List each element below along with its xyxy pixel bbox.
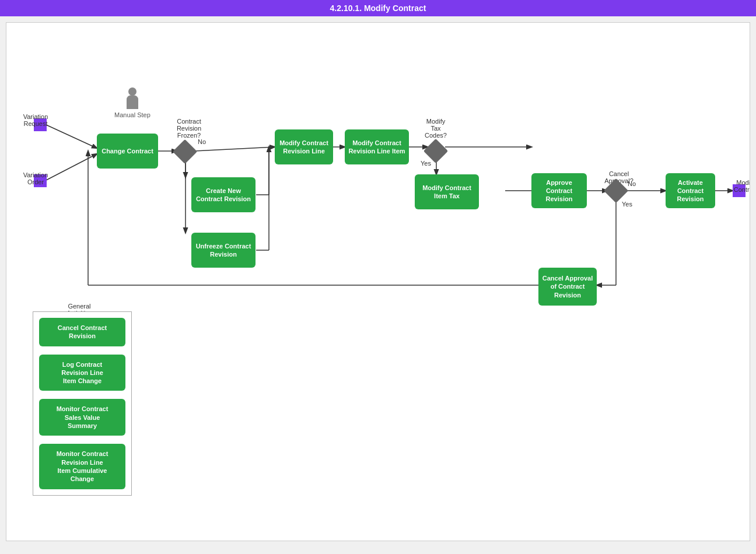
frozen-label: Contract Revision Frozen?	[169, 118, 209, 139]
monitor-contract-revision-line-item-cumulative-change-box[interactable]: Monitor Contract Revision Line Item Cumu…	[39, 444, 125, 489]
title-text: 4.2.10.1. Modify Contract	[330, 3, 426, 13]
manual-step-icon: Manual Step	[114, 87, 150, 118]
svg-point-23	[128, 87, 136, 96]
activate-contract-revision-box[interactable]: Activate Contract Revision	[666, 173, 715, 208]
modify-contract-end-label: Modify Contract	[730, 179, 750, 193]
monitor-contract-sales-value-summary-box[interactable]: Monitor Contract Sales Value Summary	[39, 399, 125, 436]
modify-contract-item-tax-box[interactable]: Modify Contract Item Tax	[415, 174, 479, 209]
create-new-contract-revision-box[interactable]: Create New Contract Revision	[191, 177, 256, 212]
manual-step-label: Manual Step	[114, 111, 150, 118]
frozen-diamond	[173, 139, 197, 164]
unfreeze-contract-revision-box[interactable]: Unfreeze Contract Revision	[191, 233, 256, 268]
title-bar: 4.2.10.1. Modify Contract	[0, 0, 756, 16]
variation-order-label: Variation Order	[18, 171, 53, 185]
svg-line-3	[194, 147, 275, 151]
log-contract-revision-line-item-change-box[interactable]: Log Contract Revision Line Item Change	[39, 355, 125, 391]
tax-codes-label: Modify Tax Codes?	[418, 118, 453, 139]
cancel-contract-revision-general-box[interactable]: Cancel Contract Revision	[39, 318, 125, 346]
diagram-area: Variation Request Variation Order Manual…	[6, 22, 750, 541]
approve-contract-revision-box[interactable]: Approve Contract Revision	[531, 173, 587, 208]
no-approval-label: No	[628, 180, 636, 187]
svg-line-1	[46, 154, 97, 180]
modify-contract-revision-line-item-box[interactable]: Modify Contract Revision Line Item	[345, 129, 409, 164]
cancel-approval-of-contract-revision-box[interactable]: Cancel Approval of Contract Revision	[538, 268, 597, 306]
yes-tax-label: Yes	[421, 160, 431, 167]
change-contract-box[interactable]: Change Contract	[97, 134, 158, 169]
yes-approval-label: Yes	[622, 201, 632, 208]
no-frozen-label: No	[198, 138, 206, 145]
modify-contract-revision-line-box[interactable]: Modify Contract Revision Line	[275, 129, 333, 164]
svg-line-0	[46, 125, 97, 148]
general-activities-container: Cancel Contract Revision Log Contract Re…	[33, 311, 132, 496]
variation-request-label: Variation Request	[18, 113, 53, 127]
